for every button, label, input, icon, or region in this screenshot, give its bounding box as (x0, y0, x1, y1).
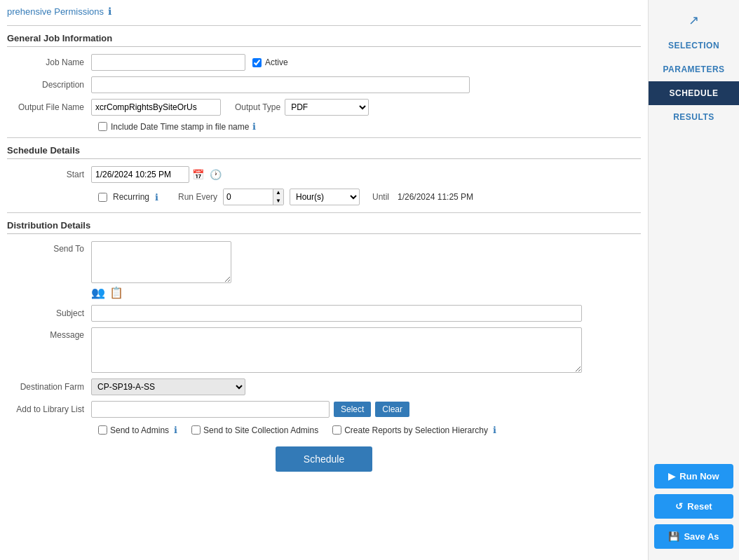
datetime-stamp-info-icon[interactable]: ℹ (252, 121, 256, 132)
run-every-spinner: ▲ ▼ (273, 189, 283, 205)
send-to-row: Send To 👥 📋 (7, 241, 641, 299)
create-reports-label: Create Reports by Selection Hierarchy (344, 425, 488, 435)
send-to-site-collection-label: Send to Site Collection Admins (203, 425, 318, 435)
run-now-label: Run Now (679, 471, 719, 482)
general-job-info-title: General Job Information (7, 33, 641, 47)
create-reports-info-icon[interactable]: ℹ (493, 425, 496, 435)
output-type-select[interactable]: PDF Excel CSV Word (285, 99, 369, 116)
sidebar-actions: ▶ Run Now ↺ Reset 💾 Save As (649, 456, 739, 486)
datetime-stamp-label: Include Date Time stamp in file name (111, 122, 249, 132)
calendar-icon: 📅 (192, 169, 204, 180)
job-name-label: Job Name (7, 57, 91, 67)
main-content: prehensive Permissions ℹ General Job Inf… (0, 0, 648, 486)
distribution-details-title: Distribution Details (7, 220, 641, 234)
schedule-details-section: Schedule Details Start 📅 🕐 Recurring ℹ R… (7, 145, 641, 205)
expand-icon-btn[interactable]: ↗ (649, 7, 739, 34)
page-title: prehensive Permissions (7, 6, 104, 17)
address-book-icon-btn[interactable]: 📋 (109, 286, 123, 299)
job-name-row: Job Name Active (7, 54, 641, 71)
create-reports-checkbox[interactable] (332, 425, 341, 435)
send-to-textarea[interactable] (91, 241, 231, 283)
general-job-info-section: General Job Information Job Name Active … (7, 33, 641, 132)
address-book-icon: 📋 (109, 287, 123, 299)
library-row: Select Clear (91, 401, 409, 418)
admins-info-icon[interactable]: ℹ (174, 425, 177, 435)
clock-icon-btn[interactable]: 🕐 (207, 168, 224, 182)
sidebar: ↗ SELECTION PARAMETERS SCHEDULE RESULTS … (648, 0, 739, 486)
output-type-label: Output Type (235, 102, 280, 112)
run-every-input[interactable] (224, 189, 273, 205)
subject-row: Subject (7, 305, 641, 322)
destination-farm-label: Destination Farm (7, 382, 91, 392)
datetime-stamp-checkbox[interactable] (98, 122, 107, 131)
library-select-button[interactable]: Select (334, 402, 371, 417)
sidebar-nav-selection[interactable]: SELECTION (649, 34, 739, 57)
description-input[interactable] (91, 76, 470, 93)
active-label: Active (265, 57, 288, 67)
calendar-icon-btn[interactable]: 📅 (189, 168, 207, 182)
start-datetime-input[interactable] (91, 166, 189, 183)
add-user-icon: 👥 (91, 287, 105, 299)
library-clear-button[interactable]: Clear (375, 402, 409, 417)
schedule-btn-row: Schedule (7, 446, 641, 472)
send-to-icons: 👥 📋 (91, 286, 231, 299)
message-row: Message (7, 327, 641, 373)
subject-label: Subject (7, 308, 91, 318)
header-info-icon[interactable]: ℹ (108, 6, 111, 17)
send-to-admins-label: Send to Admins (110, 425, 169, 435)
description-row: Description (7, 76, 641, 93)
recurring-info-icon[interactable]: ℹ (155, 192, 158, 203)
send-to-admins-item: Send to Admins ℹ (98, 425, 177, 435)
start-row: Start 📅 🕐 (7, 166, 641, 183)
subject-input[interactable] (91, 305, 582, 322)
destination-farm-row: Destination Farm CP-SP19-A-SS (7, 378, 641, 395)
run-every-label: Run Every (178, 192, 217, 202)
send-to-site-collection-item: Send to Site Collection Admins (191, 425, 318, 435)
output-file-name-input[interactable] (91, 99, 221, 116)
until-date-value: 1/26/2024 11:25 PM (398, 192, 473, 202)
output-file-name-label: Output File Name (7, 102, 91, 112)
create-reports-item: Create Reports by Selection Hierarchy ℹ (332, 425, 496, 435)
library-list-input[interactable] (91, 401, 330, 418)
recurring-label: Recurring (113, 192, 149, 202)
recurring-row: Recurring ℹ Run Every ▲ ▼ Hour(s) Day(s)… (98, 189, 641, 205)
page-header: prehensive Permissions ℹ (7, 0, 641, 20)
message-label: Message (7, 327, 91, 340)
play-icon: ▶ (668, 471, 675, 482)
schedule-details-title: Schedule Details (7, 145, 641, 159)
send-to-label: Send To (7, 241, 91, 254)
active-checkbox-row: Active (252, 57, 288, 67)
run-now-button[interactable]: ▶ Run Now (654, 464, 733, 486)
run-every-input-wrapper: ▲ ▼ (223, 189, 284, 205)
start-label: Start (7, 170, 91, 179)
description-label: Description (7, 80, 91, 90)
sidebar-nav-parameters[interactable]: PARAMETERS (649, 57, 739, 81)
sidebar-nav-results[interactable]: RESULTS (649, 105, 739, 129)
send-to-admins-checkbox[interactable] (98, 425, 107, 435)
add-to-library-row: Add to Library List Select Clear (7, 401, 641, 418)
clock-icon: 🕐 (210, 169, 222, 180)
add-user-icon-btn[interactable]: 👥 (91, 286, 105, 299)
until-label: Until (372, 192, 389, 202)
distribution-details-section: Distribution Details Send To 👥 📋 Subject (7, 220, 641, 435)
destination-farm-select[interactable]: CP-SP19-A-SS (91, 378, 245, 395)
send-to-area: 👥 📋 (91, 241, 231, 299)
recurring-checkbox[interactable] (98, 193, 107, 202)
job-name-input[interactable] (91, 54, 245, 71)
datetime-stamp-row: Include Date Time stamp in file name ℹ (98, 121, 641, 132)
checkboxes-row: Send to Admins ℹ Send to Site Collection… (98, 425, 641, 435)
schedule-button[interactable]: Schedule (276, 446, 372, 472)
output-file-name-row: Output File Name Output Type PDF Excel C… (7, 99, 641, 116)
run-every-increment[interactable]: ▲ (273, 189, 283, 197)
run-every-decrement[interactable]: ▼ (273, 197, 283, 205)
message-textarea[interactable] (91, 327, 582, 373)
active-checkbox[interactable] (252, 58, 262, 67)
sidebar-nav-schedule[interactable]: SCHEDULE (649, 81, 739, 105)
add-to-library-label: Add to Library List (7, 404, 91, 414)
send-to-site-collection-checkbox[interactable] (191, 425, 201, 435)
interval-select[interactable]: Hour(s) Day(s) Week(s) Month(s) (290, 189, 360, 205)
